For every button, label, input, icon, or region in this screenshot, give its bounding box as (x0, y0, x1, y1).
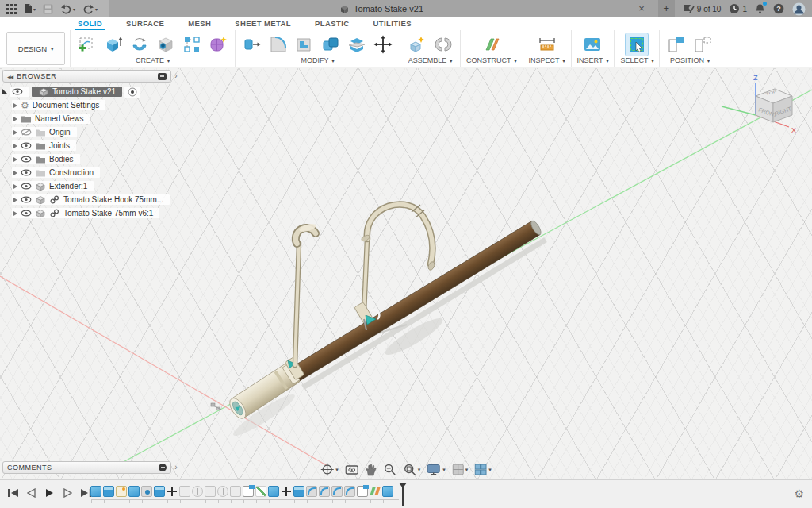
eye-icon[interactable] (21, 168, 32, 177)
capture-position-icon[interactable] (665, 33, 688, 56)
display-settings-button[interactable]: ▾ (427, 464, 446, 475)
tab-sheet-metal[interactable]: SHEET METAL (233, 18, 293, 29)
save-icon[interactable] (43, 4, 53, 14)
browser-item-document-settings[interactable]: ⚙ Document Settings (2, 98, 171, 112)
look-at-button[interactable] (345, 464, 358, 475)
insert-image-icon[interactable] (581, 33, 603, 56)
timeline-op-component-ghost[interactable] (230, 486, 241, 497)
stake-rod[interactable] (288, 219, 543, 383)
play-button[interactable] (43, 487, 56, 499)
revert-position-icon[interactable] (691, 33, 714, 56)
tab-solid[interactable]: SOLID (76, 18, 104, 29)
panel-options-icon[interactable] (158, 73, 167, 80)
new-tab-button[interactable]: + (658, 0, 675, 17)
add-comment-icon[interactable] (159, 464, 167, 471)
browser-item-root[interactable]: Tomato Stake v21 (2, 85, 171, 98)
rectangular-pattern-icon[interactable] (181, 33, 203, 56)
grid-settings-button[interactable]: ▾ (452, 464, 469, 475)
group-label-position[interactable]: POSITION▾ (670, 56, 710, 64)
expand-arrow-icon[interactable] (13, 144, 17, 148)
timeline-op-extrude[interactable] (293, 486, 304, 497)
skip-to-start-button[interactable] (6, 487, 19, 499)
fillet-icon[interactable] (267, 33, 289, 56)
expand-arrow-icon[interactable] (13, 103, 17, 108)
browser-item-joints[interactable]: Joints (2, 139, 171, 152)
timeline-settings-gear-icon[interactable]: ⚙ (794, 487, 804, 500)
timeline-op-mirror-ghost[interactable] (192, 486, 203, 497)
browser-item-stake[interactable]: Tomato Stake 75mm v6:1 (2, 206, 171, 220)
browser-item-origin[interactable]: Origin (2, 125, 171, 139)
selected-root-item[interactable]: Tomato Stake v21 (32, 87, 122, 97)
notifications-button[interactable] (755, 3, 765, 14)
timeline-op-move[interactable] (281, 486, 292, 497)
tab-utilities[interactable]: UTILITIES (371, 18, 412, 29)
timeline-op-component-ghost[interactable] (205, 486, 216, 497)
timeline-op-edit[interactable] (255, 486, 266, 497)
extrude-icon[interactable] (102, 33, 124, 56)
panel-resize-arrow-icon[interactable]: › (174, 71, 178, 80)
combine-icon[interactable] (320, 33, 342, 56)
browser-panel-header[interactable]: ◀◀ BROWSER › (2, 70, 171, 83)
select-icon[interactable] (626, 33, 648, 56)
expand-arrow-icon[interactable] (2, 89, 8, 94)
eye-icon[interactable] (21, 182, 32, 190)
viewports-button[interactable]: ▾ (474, 464, 492, 475)
create-sketch-icon[interactable] (76, 33, 98, 56)
timeline-op-box[interactable] (90, 486, 102, 497)
step-back-button[interactable] (25, 487, 37, 499)
expand-arrow-icon[interactable] (13, 157, 17, 162)
measure-icon[interactable] (536, 33, 558, 56)
new-component-icon[interactable] (406, 33, 428, 56)
timeline-op-fillet[interactable] (331, 486, 343, 497)
group-label-modify[interactable]: MODIFY▾ (301, 56, 334, 64)
shell-icon[interactable] (293, 33, 316, 56)
timeline-op-box[interactable] (268, 486, 279, 497)
3d-viewport[interactable]: Z X TOP FRONT RIGHT ◀◀ BROWSER › (0, 68, 812, 479)
group-label-select[interactable]: SELECT▾ (620, 56, 653, 64)
expand-arrow-icon[interactable] (13, 184, 17, 189)
browser-item-bodies[interactable]: Bodies (2, 152, 171, 166)
press-pull-icon[interactable] (241, 33, 263, 56)
timeline-op-fillet[interactable] (344, 486, 355, 497)
timeline-op-box[interactable] (382, 486, 393, 497)
redo-icon[interactable]: ▾ (82, 4, 98, 14)
timeline-op-plane[interactable] (370, 486, 381, 497)
group-label-assemble[interactable]: ASSEMBLE▾ (408, 56, 453, 64)
timeline-op-hole[interactable] (141, 486, 152, 497)
tab-surface[interactable]: SURFACE (124, 18, 166, 29)
tab-mesh[interactable]: MESH (186, 18, 213, 29)
panel-resize-arrow-icon[interactable]: › (174, 463, 178, 471)
move-copy-icon[interactable] (372, 33, 394, 56)
pan-button[interactable] (365, 464, 377, 476)
close-document-button[interactable]: × (634, 0, 649, 17)
comments-panel-header[interactable]: COMMENTS › (2, 461, 171, 474)
timeline-op-move[interactable] (167, 486, 178, 497)
eye-icon[interactable] (21, 141, 32, 150)
help-button[interactable]: ? (773, 3, 784, 14)
timeline-op-fillet[interactable] (319, 486, 330, 497)
expand-arrow-icon[interactable] (13, 198, 17, 202)
undo-icon[interactable]: ▾ (60, 4, 75, 14)
group-label-construct[interactable]: CONSTRUCT▾ (466, 56, 517, 64)
timeline-op-extrude[interactable] (103, 486, 114, 497)
browser-item-hook[interactable]: Tomato Stake Hook 75mm... (2, 193, 171, 206)
create-form-icon[interactable] (207, 33, 229, 56)
eye-icon[interactable] (12, 87, 23, 96)
document-tab[interactable]: Tomato Stake v21 (109, 0, 653, 17)
avatar[interactable] (792, 2, 806, 16)
timeline-op-flag[interactable] (357, 486, 368, 497)
zoom-button[interactable] (383, 463, 396, 476)
expand-arrow-icon[interactable] (13, 211, 17, 216)
group-label-insert[interactable]: INSERT▾ (577, 56, 609, 64)
file-menu-icon[interactable]: ▾ (24, 3, 36, 14)
timeline-op-extrude[interactable] (154, 486, 165, 497)
eye-icon[interactable] (21, 195, 32, 204)
eye-icon[interactable] (21, 155, 32, 164)
activate-radio-icon[interactable] (127, 87, 138, 97)
workspace-selector-design[interactable]: DESIGN ▾ (6, 32, 65, 65)
hole-icon[interactable] (155, 33, 177, 56)
orbit-button[interactable]: ▾ (320, 463, 339, 476)
eye-hidden-icon[interactable] (21, 128, 32, 137)
browser-item-construction[interactable]: Construction (2, 166, 171, 179)
construction-plane-icon[interactable] (481, 33, 503, 56)
